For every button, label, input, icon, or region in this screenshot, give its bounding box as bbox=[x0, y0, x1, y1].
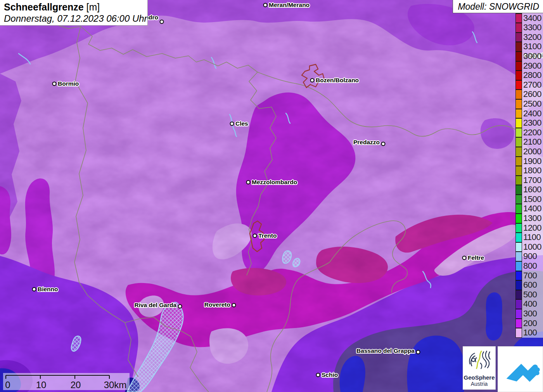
legend-swatch-1700 bbox=[515, 176, 522, 185]
legend-value-3000: 3000 bbox=[522, 52, 543, 61]
city-marker-schio bbox=[316, 373, 320, 377]
legend-swatch-3200 bbox=[515, 33, 522, 42]
legend-row-500: 500 bbox=[515, 290, 543, 300]
legend-value-3200: 3200 bbox=[522, 33, 543, 42]
legend-value-2500: 2500 bbox=[522, 99, 543, 109]
legend-swatch-200 bbox=[515, 319, 522, 328]
legend-row-2400: 2400 bbox=[515, 109, 543, 119]
scale-label-0: 0 bbox=[5, 380, 10, 390]
legend-value-3400: 3400 bbox=[522, 14, 543, 23]
legend-swatch-3400 bbox=[515, 14, 522, 23]
geosphere-wordmark: GeoSphere bbox=[463, 374, 495, 381]
city-label-bienno: Bienno bbox=[38, 286, 58, 293]
legend-row-2600: 2600 bbox=[515, 90, 543, 99]
cities-layer: ndroMeran/MeranoBormioBozen/BolzanoClesP… bbox=[0, 0, 543, 392]
legend-swatch-2900 bbox=[515, 61, 522, 71]
legend-value-800: 800 bbox=[522, 261, 543, 271]
legend-value-1800: 1800 bbox=[522, 166, 543, 176]
legend-value-2600: 2600 bbox=[522, 90, 543, 99]
city-marker-feltre bbox=[462, 256, 467, 260]
city-label-meran-merano: Meran/Merano bbox=[269, 2, 310, 9]
legend-swatch-300 bbox=[515, 309, 522, 319]
legend-value-2000: 2000 bbox=[522, 147, 543, 157]
city-label-bormio: Bormio bbox=[58, 80, 79, 87]
legend-row-1300: 1300 bbox=[515, 214, 543, 223]
legend-value-1900: 1900 bbox=[522, 157, 543, 166]
legend-row-3300: 3300 bbox=[515, 23, 543, 33]
legend-swatch-500 bbox=[515, 290, 522, 300]
legend-row-100: 100 bbox=[515, 328, 543, 338]
legend-row-1800: 1800 bbox=[515, 166, 543, 176]
legend-swatch-700 bbox=[515, 271, 522, 281]
legend-value-1000: 1000 bbox=[522, 242, 543, 252]
legend-swatch-1100 bbox=[515, 233, 522, 242]
legend-swatch-1400 bbox=[515, 204, 522, 214]
scale-bar-ruler bbox=[3, 374, 130, 380]
legend-value-2900: 2900 bbox=[522, 61, 543, 71]
legend-swatch-2100 bbox=[515, 137, 522, 147]
scale-bar: 0102030km bbox=[3, 373, 130, 390]
legend-row-3100: 3100 bbox=[515, 42, 543, 52]
legend-value-900: 900 bbox=[522, 252, 543, 261]
city-marker-bozen-bolzano bbox=[310, 78, 315, 83]
city-marker-cles bbox=[230, 122, 234, 126]
legend-row-1900: 1900 bbox=[515, 157, 543, 166]
legend-value-100: 100 bbox=[522, 328, 543, 338]
title-unit: [m] bbox=[86, 2, 100, 12]
legend-row-400: 400 bbox=[515, 299, 543, 309]
legend-row-2900: 2900 bbox=[515, 61, 543, 71]
legend-row-2300: 2300 bbox=[515, 118, 543, 128]
legend-row-200: 200 bbox=[515, 319, 543, 328]
legend-row-1600: 1600 bbox=[515, 185, 543, 195]
legend-swatch-2200 bbox=[515, 128, 522, 138]
legend-row-2000: 2000 bbox=[515, 147, 543, 157]
legend-value-500: 500 bbox=[522, 290, 543, 300]
legend-value-1400: 1400 bbox=[522, 204, 543, 214]
legend: 3500340033003200310030002900280027002600… bbox=[515, 4, 543, 338]
legend-value-1700: 1700 bbox=[522, 176, 543, 185]
city-marker-meran-merano bbox=[263, 3, 268, 7]
legend-row-1500: 1500 bbox=[515, 195, 543, 204]
mountain-cloud-icon bbox=[501, 350, 540, 389]
legend-swatch-1800 bbox=[515, 166, 522, 176]
city-marker-trento bbox=[253, 234, 257, 238]
city-label-feltre: Feltre bbox=[468, 254, 484, 261]
city-label-bozen-bolzano: Bozen/Bolzano bbox=[316, 77, 359, 84]
legend-row-2100: 2100 bbox=[515, 137, 543, 147]
legend-swatch-1600 bbox=[515, 185, 522, 195]
legend-value-2800: 2800 bbox=[522, 71, 543, 80]
legend-value-2100: 2100 bbox=[522, 137, 543, 147]
legend-row-1000: 1000 bbox=[515, 242, 543, 252]
legend-row-1400: 1400 bbox=[515, 204, 543, 214]
city-label-schio: Schio bbox=[322, 371, 338, 378]
city-marker-predazzo bbox=[381, 142, 386, 146]
legend-row-2800: 2800 bbox=[515, 71, 543, 80]
legend-swatch-800 bbox=[515, 261, 522, 271]
legend-swatch-1300 bbox=[515, 214, 522, 223]
legend-swatch-2600 bbox=[515, 90, 522, 99]
legend-row-1700: 1700 bbox=[515, 176, 543, 185]
legend-swatch-3100 bbox=[515, 42, 522, 52]
city-label-rovereto: Rovereto bbox=[204, 301, 230, 308]
legend-row-600: 600 bbox=[515, 280, 543, 290]
legend-swatch-900 bbox=[515, 252, 522, 261]
city-label-predazzo: Predazzo bbox=[353, 139, 380, 146]
legend-value-2700: 2700 bbox=[522, 80, 543, 90]
city-marker-mezzolombardo bbox=[246, 180, 251, 185]
geosphere-country: Austria bbox=[463, 381, 495, 387]
legend-row-3200: 3200 bbox=[515, 33, 543, 42]
legend-swatch-1900 bbox=[515, 157, 522, 166]
legend-value-1500: 1500 bbox=[522, 195, 543, 204]
legend-value-2300: 2300 bbox=[522, 118, 543, 128]
legend-swatch-2700 bbox=[515, 80, 522, 90]
legend-row-2200: 2200 bbox=[515, 128, 543, 138]
legend-row-2700: 2700 bbox=[515, 80, 543, 90]
legend-swatch-3000 bbox=[515, 52, 522, 61]
city-label-trento: Trento bbox=[258, 232, 277, 239]
scale-label-10: 10 bbox=[36, 380, 47, 390]
geosphere-logo: GeoSphere Austria bbox=[463, 346, 496, 390]
legend-row-1100: 1100 bbox=[515, 233, 543, 242]
legend-swatch-1200 bbox=[515, 223, 522, 233]
city-marker-bormio bbox=[52, 82, 57, 86]
scale-label-20: 20 bbox=[71, 380, 81, 390]
